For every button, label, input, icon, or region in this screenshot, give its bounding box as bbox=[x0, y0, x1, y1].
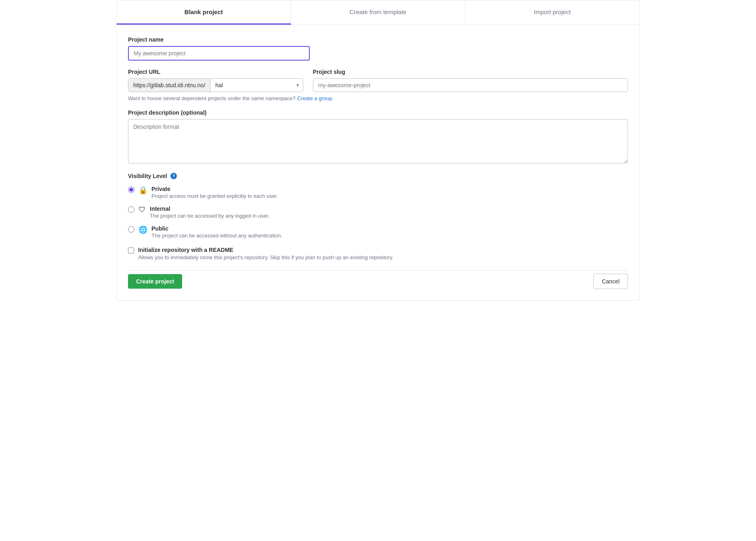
project-description-label: Project description (optional) bbox=[128, 109, 628, 116]
lock-icon: 🔒 bbox=[139, 186, 147, 195]
project-slug-label: Project slug bbox=[313, 69, 628, 75]
project-name-label: Project name bbox=[128, 36, 628, 43]
namespace-hint: Want to house several dependent projects… bbox=[128, 95, 628, 101]
url-input-wrapper: https://gitlab.stud.idi.ntnu.no/ hal ▾ bbox=[128, 78, 303, 92]
visibility-internal-radio[interactable] bbox=[128, 206, 134, 213]
namespace-select-wrapper: hal ▾ bbox=[210, 79, 302, 92]
visibility-internal-option: 🛡 Internal The project can be accessed b… bbox=[128, 205, 628, 219]
cancel-button[interactable]: Cancel bbox=[593, 274, 628, 289]
readme-title: Initialize repository with a README bbox=[138, 247, 393, 253]
project-description-input[interactable] bbox=[128, 119, 628, 164]
readme-checkbox[interactable] bbox=[128, 247, 134, 254]
tab-import-project[interactable]: Import project bbox=[465, 0, 639, 25]
create-project-button[interactable]: Create project bbox=[128, 274, 182, 289]
visibility-internal-content: Internal The project can be accessed by … bbox=[150, 205, 269, 219]
readme-desc: Allows you to immediately clone this pro… bbox=[138, 254, 393, 260]
create-group-link[interactable]: Create a group. bbox=[297, 95, 334, 101]
visibility-public-desc: The project can be accessed without any … bbox=[151, 233, 282, 239]
help-icon[interactable]: ? bbox=[170, 173, 177, 179]
visibility-public-content: Public The project can be accessed witho… bbox=[151, 225, 282, 239]
form-body: Project name Project URL https://gitlab.… bbox=[117, 25, 639, 300]
url-prefix: https://gitlab.stud.idi.ntnu.no/ bbox=[128, 79, 210, 92]
tab-bar: Blank project Create from template Impor… bbox=[117, 0, 639, 25]
globe-icon: 🌐 bbox=[139, 225, 147, 234]
visibility-label-row: Visibility Level ? bbox=[128, 173, 628, 179]
visibility-private-desc: Project access must be granted explicitl… bbox=[151, 193, 278, 199]
visibility-private-radio[interactable] bbox=[128, 187, 134, 193]
visibility-public-option: 🌐 Public The project can be accessed wit… bbox=[128, 225, 628, 239]
project-slug-input[interactable] bbox=[313, 78, 628, 92]
project-url-label: Project URL bbox=[128, 69, 303, 75]
visibility-level-label: Visibility Level bbox=[128, 173, 167, 179]
readme-option: Initialize repository with a README Allo… bbox=[128, 247, 628, 260]
project-url-group: Project URL https://gitlab.stud.idi.ntnu… bbox=[128, 69, 303, 92]
project-name-group: Project name bbox=[128, 36, 628, 61]
tab-create-from-template[interactable]: Create from template bbox=[291, 0, 466, 25]
visibility-private-title: Private bbox=[151, 186, 278, 192]
readme-content: Initialize repository with a README Allo… bbox=[138, 247, 393, 260]
visibility-public-radio[interactable] bbox=[128, 226, 134, 233]
tab-blank-project[interactable]: Blank project bbox=[117, 0, 291, 25]
visibility-internal-title: Internal bbox=[150, 205, 269, 212]
visibility-group: Visibility Level ? 🔒 Private Project acc… bbox=[128, 173, 628, 239]
visibility-private-content: Private Project access must be granted e… bbox=[151, 186, 278, 199]
project-name-input[interactable] bbox=[128, 46, 310, 61]
visibility-public-title: Public bbox=[151, 225, 282, 232]
project-slug-group: Project slug bbox=[313, 69, 628, 92]
namespace-select[interactable]: hal bbox=[210, 79, 302, 92]
visibility-private-option: 🔒 Private Project access must be granted… bbox=[128, 186, 628, 199]
url-slug-row: Project URL https://gitlab.stud.idi.ntnu… bbox=[128, 69, 628, 92]
project-description-group: Project description (optional) bbox=[128, 109, 628, 165]
form-footer: Create project Cancel bbox=[128, 270, 628, 289]
visibility-internal-desc: The project can be accessed by any logge… bbox=[150, 213, 269, 219]
shield-icon: 🛡 bbox=[139, 205, 146, 214]
